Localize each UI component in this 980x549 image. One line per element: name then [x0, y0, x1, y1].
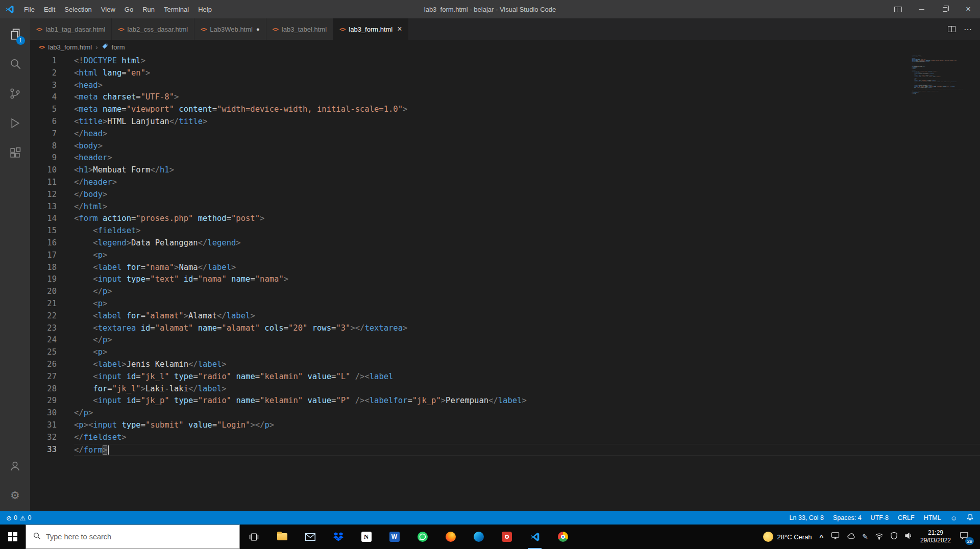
- code-line[interactable]: <textarea id="alamat" name="alamat" cols…: [74, 322, 980, 335]
- code-line[interactable]: for="jk_l">Laki-laki</label>: [74, 383, 980, 395]
- line-number[interactable]: 7: [30, 128, 57, 140]
- menu-file[interactable]: File: [19, 0, 39, 18]
- minimap[interactable]: <!DOCTYPE html><html lang="en"><head><me…: [912, 55, 963, 453]
- code-line[interactable]: <label>Jenis Kelamin</label>: [74, 359, 980, 371]
- notifications-bell-icon[interactable]: [966, 513, 974, 522]
- code-line[interactable]: <p><input type="submit" value="Login"></…: [74, 419, 980, 432]
- line-number[interactable]: 10: [30, 164, 57, 177]
- line-number[interactable]: 21: [30, 298, 57, 310]
- line-number[interactable]: 16: [30, 237, 57, 249]
- close-tab-icon[interactable]: ×: [397, 24, 402, 34]
- tab-lab2-css-dasar[interactable]: <> lab2_css_dasar.html: [112, 18, 194, 40]
- code-line[interactable]: </form>: [74, 444, 980, 456]
- line-number[interactable]: 11: [30, 177, 57, 189]
- code-line[interactable]: </fieldset>: [74, 432, 980, 444]
- menu-run[interactable]: Run: [138, 0, 159, 18]
- word-icon[interactable]: W: [380, 525, 408, 549]
- notion-icon[interactable]: N: [352, 525, 380, 549]
- line-number[interactable]: 18: [30, 262, 57, 274]
- line-number[interactable]: 15: [30, 225, 57, 237]
- code-line[interactable]: </html>: [74, 201, 980, 213]
- line-number[interactable]: 26: [30, 359, 57, 371]
- line-number[interactable]: 8: [30, 140, 57, 153]
- whatsapp-icon[interactable]: [408, 525, 436, 549]
- line-number[interactable]: 12: [30, 189, 57, 201]
- code-line[interactable]: <p>: [74, 298, 980, 310]
- menu-edit[interactable]: Edit: [39, 0, 60, 18]
- minimize-button[interactable]: [910, 0, 933, 18]
- menu-view[interactable]: View: [96, 0, 120, 18]
- line-number[interactable]: 2: [30, 67, 57, 80]
- code-line[interactable]: </head>: [74, 128, 980, 140]
- encoding-setting[interactable]: UTF-8: [871, 514, 889, 521]
- search-input[interactable]: [46, 533, 233, 541]
- layout-icon[interactable]: [886, 0, 910, 18]
- code-line[interactable]: <input id="jk_l" type="radio" name="kela…: [74, 371, 980, 383]
- problems-warnings[interactable]: ⚠ 0: [20, 514, 32, 522]
- file-explorer-icon[interactable]: [268, 525, 296, 549]
- line-number[interactable]: 20: [30, 286, 57, 298]
- task-view-icon[interactable]: [240, 525, 268, 549]
- menu-selection[interactable]: Selection: [60, 0, 96, 18]
- dropbox-icon[interactable]: [324, 525, 352, 549]
- taskbar-clock[interactable]: 21:29 29/03/2022: [920, 529, 951, 544]
- tray-volume-icon[interactable]: [904, 532, 913, 541]
- source-control-icon[interactable]: [3, 79, 28, 108]
- vscode-taskbar-icon[interactable]: [521, 525, 549, 549]
- code-line[interactable]: </p>: [74, 286, 980, 298]
- line-number[interactable]: 14: [30, 213, 57, 225]
- red-app-icon[interactable]: [493, 525, 521, 549]
- line-number[interactable]: 19: [30, 273, 57, 286]
- run-debug-icon[interactable]: [3, 108, 28, 138]
- split-editor-icon[interactable]: [948, 26, 955, 32]
- code-line[interactable]: <meta name="viewport" content="width=dev…: [74, 104, 980, 116]
- extensions-icon[interactable]: [3, 138, 28, 167]
- restore-button[interactable]: [933, 0, 957, 18]
- code-line[interactable]: <p>: [74, 346, 980, 359]
- tab-lab3-form[interactable]: <> lab3_form.html ×: [333, 18, 409, 40]
- line-number[interactable]: 3: [30, 80, 57, 92]
- close-window-button[interactable]: ×: [957, 0, 980, 18]
- mail-icon[interactable]: [296, 525, 324, 549]
- code-editor[interactable]: 1234567891011121314151617181920212223242…: [30, 54, 980, 511]
- line-number[interactable]: 5: [30, 104, 57, 116]
- line-number[interactable]: 32: [30, 432, 57, 444]
- edge-icon[interactable]: [464, 525, 493, 549]
- code-line[interactable]: <input type="text" id="nama" name="nama"…: [74, 273, 980, 286]
- code-area[interactable]: <!DOCTYPE html><html lang="en"><head><me…: [57, 55, 980, 511]
- tray-display-icon[interactable]: [831, 532, 840, 542]
- tab-lab3-tabel[interactable]: <> lab3_tabel.html: [266, 18, 333, 40]
- line-number[interactable]: 9: [30, 152, 57, 164]
- line-number[interactable]: 1: [30, 55, 57, 67]
- code-line[interactable]: <label for="alamat">Alamat</label>: [74, 310, 980, 322]
- code-line[interactable]: <meta charset="UTF-8">: [74, 91, 980, 104]
- line-number[interactable]: 31: [30, 419, 57, 432]
- tray-network-icon[interactable]: [875, 532, 884, 542]
- line-number[interactable]: 33: [30, 444, 57, 456]
- tray-shield-icon[interactable]: [890, 532, 898, 542]
- line-ending-setting[interactable]: CRLF: [898, 514, 915, 521]
- line-number[interactable]: 6: [30, 116, 57, 128]
- tray-pen-icon[interactable]: ✎: [862, 533, 868, 541]
- code-line[interactable]: <!DOCTYPE html>: [74, 55, 980, 67]
- tab-lab3web[interactable]: <> Lab3Web.html ●: [194, 18, 266, 40]
- line-number[interactable]: 30: [30, 407, 57, 419]
- settings-gear-icon[interactable]: ⚙: [3, 481, 28, 510]
- code-line[interactable]: <title>HTML Lanjutan</title>: [74, 116, 980, 128]
- accounts-icon[interactable]: [3, 451, 28, 481]
- code-line[interactable]: <body>: [74, 140, 980, 153]
- weather-widget[interactable]: 28°C Cerah: [763, 532, 812, 542]
- breadcrumb-file[interactable]: lab3_form.html: [48, 43, 92, 51]
- code-line[interactable]: <fieldset>: [74, 225, 980, 237]
- action-center-icon[interactable]: 29: [959, 531, 975, 543]
- indentation-setting[interactable]: Spaces: 4: [833, 514, 862, 521]
- menu-terminal[interactable]: Terminal: [159, 0, 193, 18]
- problems-errors[interactable]: ⊘ 0: [6, 514, 17, 522]
- line-number-gutter[interactable]: 1234567891011121314151617181920212223242…: [30, 55, 57, 511]
- line-number[interactable]: 27: [30, 371, 57, 383]
- code-line[interactable]: </p>: [74, 407, 980, 419]
- chrome-icon[interactable]: [549, 525, 577, 549]
- line-number[interactable]: 24: [30, 334, 57, 346]
- firefox-icon[interactable]: [436, 525, 464, 549]
- line-number[interactable]: 25: [30, 346, 57, 359]
